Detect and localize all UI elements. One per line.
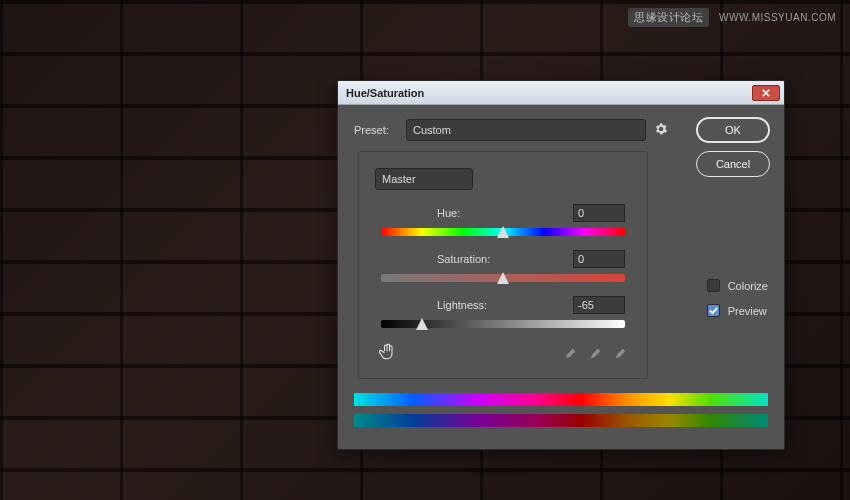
- eyedropper-subtract-tool[interactable]: [614, 345, 629, 362]
- eyedropper-tool[interactable]: [564, 345, 579, 362]
- eyedropper-plus-icon: [589, 345, 604, 360]
- svg-marker-1: [497, 272, 509, 284]
- hue-label: Hue:: [381, 207, 460, 219]
- hue-saturation-dialog: Hue/Saturation Preset: Custom Master Hue…: [337, 80, 785, 450]
- watermark-cn: 思缘设计论坛: [628, 8, 709, 27]
- eyedropper-add-tool[interactable]: [589, 345, 604, 362]
- checkbox-box: [707, 304, 720, 317]
- preview-label: Preview: [728, 305, 767, 317]
- preset-menu-button[interactable]: [654, 122, 668, 138]
- lightness-value-input[interactable]: [573, 296, 625, 314]
- dialog-title: Hue/Saturation: [346, 87, 424, 99]
- lightness-slider-thumb[interactable]: [416, 318, 428, 330]
- lightness-label: Lightness:: [381, 299, 487, 311]
- channel-select[interactable]: Master: [375, 168, 473, 190]
- hue-value-input[interactable]: [573, 204, 625, 222]
- preset-label: Preset:: [354, 124, 398, 136]
- watermark-en: WWW.MISSYUAN.COM: [719, 12, 836, 23]
- close-icon: [762, 89, 770, 97]
- titlebar[interactable]: Hue/Saturation: [338, 81, 784, 105]
- colorize-checkbox[interactable]: Colorize: [707, 279, 768, 292]
- adjustment-panel: Master Hue: Saturation:: [358, 151, 648, 379]
- gear-icon: [654, 122, 668, 136]
- spectrum-input[interactable]: [354, 393, 768, 406]
- cancel-button[interactable]: Cancel: [696, 151, 770, 177]
- hue-group: Hue:: [375, 204, 631, 236]
- ok-button[interactable]: OK: [696, 117, 770, 143]
- saturation-group: Saturation:: [375, 250, 631, 282]
- checkbox-box: [707, 279, 720, 292]
- lightness-slider[interactable]: [381, 320, 625, 328]
- targeted-adjustment-tool[interactable]: [377, 342, 397, 364]
- color-spectrums: [354, 393, 768, 427]
- hue-slider-thumb[interactable]: [497, 226, 509, 238]
- watermark: 思缘设计论坛 WWW.MISSYUAN.COM: [628, 8, 836, 27]
- preset-select[interactable]: Custom: [406, 119, 646, 141]
- svg-marker-0: [497, 226, 509, 238]
- saturation-label: Saturation:: [381, 253, 490, 265]
- eyedropper-icon: [564, 345, 579, 360]
- eyedropper-minus-icon: [614, 345, 629, 360]
- saturation-slider[interactable]: [381, 274, 625, 282]
- hand-icon: [377, 342, 397, 362]
- preview-checkbox[interactable]: Preview: [707, 304, 768, 317]
- svg-marker-2: [416, 318, 428, 330]
- saturation-slider-thumb[interactable]: [497, 272, 509, 284]
- saturation-value-input[interactable]: [573, 250, 625, 268]
- check-icon: [709, 306, 718, 315]
- spectrum-output[interactable]: [354, 414, 768, 427]
- hue-slider[interactable]: [381, 228, 625, 236]
- close-button[interactable]: [752, 85, 780, 101]
- lightness-group: Lightness:: [375, 296, 631, 328]
- colorize-label: Colorize: [728, 280, 768, 292]
